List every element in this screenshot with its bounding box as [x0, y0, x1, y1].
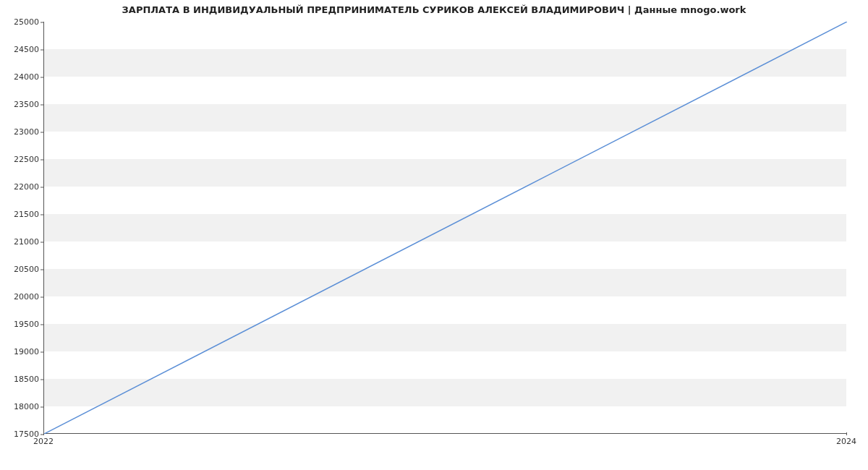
y-tick-label: 19000	[3, 347, 39, 356]
chart-container: ЗАРПЛАТА В ИНДИВИДУАЛЬНЫЙ ПРЕДПРИНИМАТЕЛ…	[0, 0, 868, 470]
y-tick-label: 18500	[3, 375, 39, 384]
y-tick-label: 19500	[3, 320, 39, 329]
y-tick-label: 21500	[3, 210, 39, 219]
y-tick-label: 20500	[3, 265, 39, 274]
y-tick-label: 22500	[3, 155, 39, 164]
y-tick-label: 25000	[3, 17, 39, 27]
plot-area	[43, 22, 846, 434]
y-tick-label: 23500	[3, 100, 39, 109]
y-tick-label: 20000	[3, 292, 39, 302]
y-tick-label: 18000	[3, 402, 39, 411]
x-tick-label: 2024	[836, 437, 856, 446]
x-tick-label: 2022	[33, 437, 54, 446]
y-tick-label: 24000	[3, 72, 39, 82]
line-series	[44, 22, 847, 434]
y-tick-label: 21000	[3, 237, 39, 247]
chart-title: ЗАРПЛАТА В ИНДИВИДУАЛЬНЫЙ ПРЕДПРИНИМАТЕЛ…	[0, 4, 868, 15]
y-tick-label: 24500	[3, 45, 39, 54]
y-tick-label: 23000	[3, 127, 39, 137]
y-tick-label: 22000	[3, 182, 39, 192]
